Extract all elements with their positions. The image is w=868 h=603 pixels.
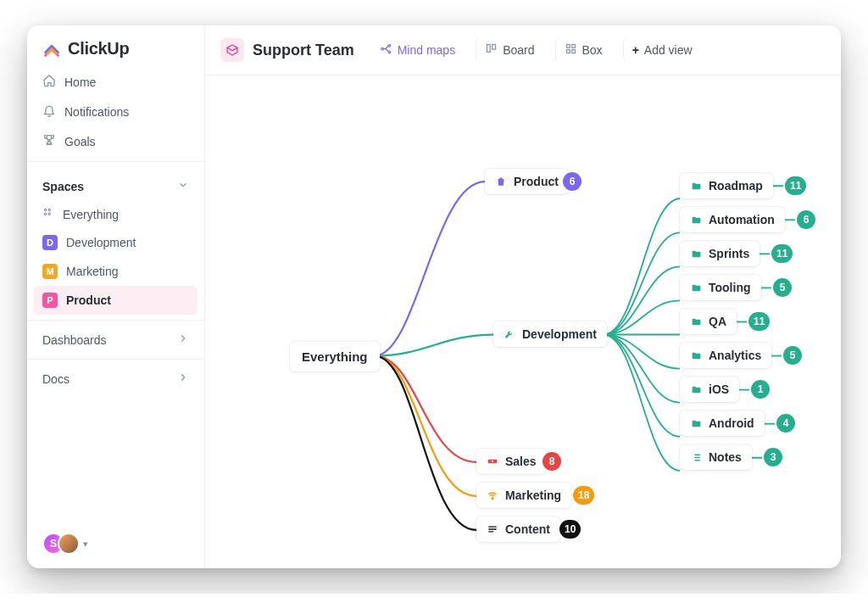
count-badge: 5 <box>773 278 792 297</box>
node-label: Analytics <box>709 349 761 362</box>
svg-rect-12 <box>571 50 575 53</box>
divider <box>27 359 204 360</box>
svg-rect-9 <box>566 45 570 48</box>
section-dashboards[interactable]: Dashboards <box>27 326 204 354</box>
svg-point-1 <box>48 209 50 210</box>
mind-map-icon <box>380 42 392 58</box>
folder-icon <box>690 315 702 327</box>
mindmap-node-content[interactable]: Content <box>476 516 560 542</box>
avatar[interactable] <box>58 533 80 555</box>
wrench-icon <box>504 328 515 340</box>
folder-icon <box>690 214 702 226</box>
wifi-icon <box>487 489 498 501</box>
folder-icon[interactable] <box>220 38 244 62</box>
section-label: Dashboards <box>42 333 107 347</box>
mindmap-node-development[interactable]: Development <box>493 321 607 347</box>
tab-label: Mind maps <box>398 43 455 57</box>
brand-row[interactable]: ClickUp <box>27 25 204 67</box>
node-label: Roadmap <box>709 179 763 193</box>
sidebar: ClickUp Home Notifications Goals Spaces <box>27 25 205 568</box>
main-area: Support Team Mind maps Board Box <box>205 25 841 568</box>
mindmap-node-analytics[interactable]: Analytics <box>680 343 771 368</box>
svg-point-5 <box>388 45 391 47</box>
space-everything[interactable]: Everything <box>27 200 204 228</box>
node-label: Marketing <box>505 489 561 502</box>
mindmap-node-product[interactable]: Product <box>485 169 569 194</box>
bag-icon <box>495 176 507 187</box>
ticket-icon <box>487 455 498 467</box>
chevron-down-icon[interactable]: ▾ <box>83 539 88 550</box>
mindmap-node-notes[interactable]: Notes <box>680 444 752 470</box>
count-badge: 5 <box>783 346 802 365</box>
chevron-right-icon <box>177 332 189 347</box>
divider <box>27 320 204 321</box>
mindmap-root[interactable]: Everything <box>290 342 380 371</box>
box-icon <box>565 42 577 58</box>
topbar: Support Team Mind maps Board Box <box>205 25 841 75</box>
mindmap-node-automation[interactable]: Automation <box>680 207 785 232</box>
sidebar-item-home[interactable]: Home <box>27 67 204 97</box>
mindmap-node-android[interactable]: Android <box>680 410 765 436</box>
mindmap-node-tooling[interactable]: Tooling <box>680 275 761 300</box>
svg-point-0 <box>44 209 46 210</box>
space-badge: D <box>42 235 58 250</box>
clickup-logo-icon <box>42 40 61 59</box>
svg-rect-10 <box>571 45 575 48</box>
mindmap-node-marketing[interactable]: Marketing <box>476 483 571 508</box>
count-badge: 8 <box>542 452 561 471</box>
node-label: Sales <box>505 455 537 468</box>
count-badge: 6 <box>797 210 815 229</box>
section-docs[interactable]: Docs <box>27 365 204 393</box>
plus-icon: + <box>632 43 639 57</box>
mindmap-node-ios[interactable]: iOS <box>680 377 739 402</box>
node-label: Automation <box>709 213 775 226</box>
svg-point-27 <box>492 461 493 462</box>
mindmap-canvas[interactable]: Everything Product 6 Development <box>205 75 841 568</box>
node-label: QA <box>709 315 726 328</box>
node-label: Tooling <box>709 281 751 294</box>
svg-rect-11 <box>566 50 570 53</box>
space-badge: P <box>42 293 58 308</box>
app-window: ClickUp Home Notifications Goals Spaces <box>27 25 841 568</box>
space-label: Product <box>66 293 111 307</box>
node-label: Everything <box>302 349 368 364</box>
bell-icon <box>42 103 56 120</box>
mindmap-node-qa[interactable]: QA <box>680 309 737 334</box>
node-label: Content <box>505 522 550 536</box>
folder-icon <box>690 383 702 395</box>
node-label: Product <box>514 175 559 188</box>
count-badge: 4 <box>776 414 795 433</box>
svg-point-3 <box>48 213 50 215</box>
tab-board[interactable]: Board <box>476 37 542 63</box>
mindmap-node-sales[interactable]: Sales <box>476 449 547 474</box>
count-badge: 11 <box>771 244 793 263</box>
chevron-down-icon <box>177 179 189 193</box>
count-badge: 11 <box>785 176 806 195</box>
lines-icon <box>487 523 498 535</box>
mindmap-node-roadmap[interactable]: Roadmap <box>680 173 773 198</box>
page-title: Support Team <box>253 42 354 59</box>
sidebar-item-label: Home <box>64 75 96 89</box>
spaces-header-label: Spaces <box>42 180 84 193</box>
folder-icon <box>690 282 702 293</box>
add-view-button[interactable]: + Add view <box>623 38 701 62</box>
space-product[interactable]: P Product <box>34 286 198 315</box>
space-label: Everything <box>63 208 119 221</box>
tab-box[interactable]: Box <box>555 37 611 63</box>
sidebar-item-goals[interactable]: Goals <box>27 126 204 156</box>
tab-mind-maps[interactable]: Mind maps <box>371 37 464 63</box>
svg-point-6 <box>388 51 391 53</box>
brand-name: ClickUp <box>68 39 129 59</box>
node-label: Notes <box>709 450 742 464</box>
sidebar-item-notifications[interactable]: Notifications <box>27 97 204 126</box>
folder-icon <box>690 180 702 192</box>
user-avatars[interactable]: S ▾ <box>27 519 204 568</box>
space-marketing[interactable]: M Marketing <box>27 257 204 286</box>
folder-icon <box>690 417 702 429</box>
home-icon <box>42 74 56 90</box>
node-label: Sprints <box>709 247 749 260</box>
chevron-right-icon <box>177 371 189 386</box>
mindmap-node-sprints[interactable]: Sprints <box>680 241 760 266</box>
spaces-header[interactable]: Spaces <box>27 167 204 200</box>
space-development[interactable]: D Development <box>27 228 204 257</box>
